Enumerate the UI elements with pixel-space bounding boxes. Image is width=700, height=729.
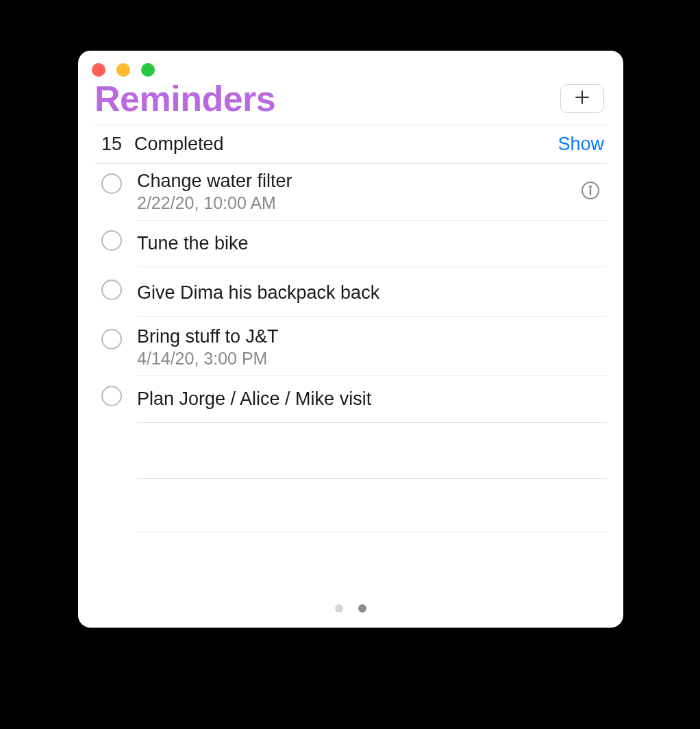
close-window-button[interactable] xyxy=(92,63,105,77)
reminders-window: Reminders 15 Completed Show Change water… xyxy=(78,51,623,628)
reminder-title[interactable]: Change water filter xyxy=(137,171,292,192)
zoom-window-button[interactable] xyxy=(141,63,155,77)
window-controls xyxy=(78,51,623,77)
reminder-row: Change water filter 2/22/20, 10:00 AM xyxy=(95,164,607,221)
reminder-date: 4/14/20, 3:00 PM xyxy=(137,349,279,369)
empty-row[interactable] xyxy=(95,479,607,532)
reminder-list: Change water filter 2/22/20, 10:00 AM xyxy=(78,164,623,532)
reminder-date: 2/22/20, 10:00 AM xyxy=(137,193,292,213)
completed-label-group: 15 Completed xyxy=(101,134,224,155)
complete-radio[interactable] xyxy=(101,230,122,251)
info-icon xyxy=(581,181,600,203)
reminder-title[interactable]: Give Dima his backpack back xyxy=(137,282,379,304)
page-title: Reminders xyxy=(95,78,275,119)
info-button[interactable] xyxy=(579,181,601,203)
minimize-window-button[interactable] xyxy=(116,63,130,77)
plus-icon xyxy=(575,90,590,108)
header: Reminders xyxy=(78,77,623,119)
complete-radio[interactable] xyxy=(101,280,122,300)
complete-radio[interactable] xyxy=(101,173,122,194)
page-dot[interactable] xyxy=(335,604,343,613)
page-dot-active[interactable] xyxy=(358,604,366,613)
svg-point-3 xyxy=(589,186,591,188)
reminder-title[interactable]: Tune the bike xyxy=(137,233,249,254)
reminder-title[interactable]: Bring stuff to J&T xyxy=(137,326,279,347)
show-completed-button[interactable]: Show xyxy=(558,134,604,155)
empty-row[interactable] xyxy=(95,425,607,479)
completed-count: 15 xyxy=(101,134,122,155)
reminder-row: Bring stuff to J&T 4/14/20, 3:00 PM xyxy=(95,319,607,376)
add-reminder-button[interactable] xyxy=(560,84,604,113)
page-indicator xyxy=(78,584,623,628)
reminder-row: Give Dima his backpack back xyxy=(95,270,607,319)
reminder-row: Plan Jorge / Alice / Mike visit xyxy=(95,376,607,425)
completed-label: Completed xyxy=(134,134,224,155)
complete-radio[interactable] xyxy=(101,386,122,406)
reminder-title[interactable]: Plan Jorge / Alice / Mike visit xyxy=(137,388,371,410)
reminder-row: Tune the bike xyxy=(95,221,607,270)
completed-bar: 15 Completed Show xyxy=(78,125,623,163)
complete-radio[interactable] xyxy=(101,329,122,349)
